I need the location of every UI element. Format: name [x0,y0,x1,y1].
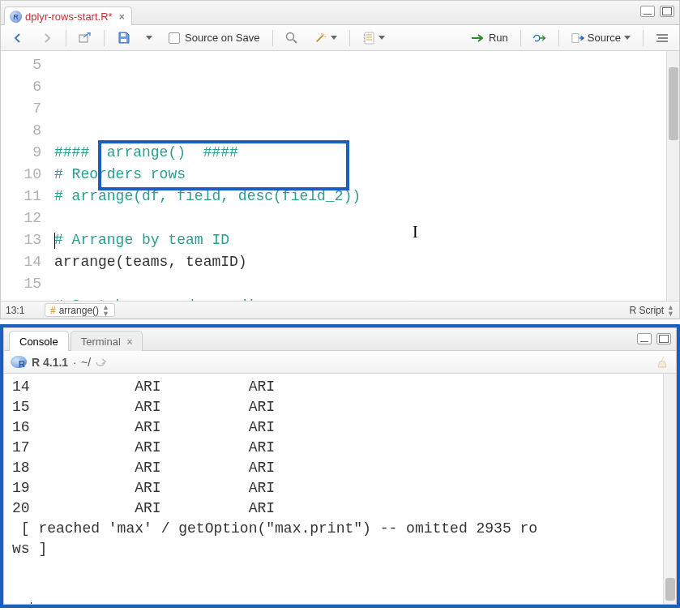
save-button[interactable] [111,28,135,48]
language-label: R Script [629,305,664,316]
line-number: 13 [1,229,41,251]
code-tools-button[interactable] [309,28,343,48]
code-line: # arrange(df, field, desc(field_2)) [54,186,679,207]
search-icon [285,32,298,45]
svg-point-8 [363,34,365,36]
maximize-pane-button[interactable] [656,333,671,344]
maximize-pane-button[interactable] [660,6,674,17]
console-tab-label: Console [19,336,58,348]
terminal-tab-label: Terminal [81,336,121,348]
notebook-icon [362,32,375,45]
line-number: 6 [1,76,41,98]
console-tabstrip: Console Terminal × [4,328,676,351]
run-label: Run [489,32,508,44]
line-number: 9 [1,142,41,164]
save-icon [117,32,130,45]
toolbar-separator [558,30,559,46]
source-button[interactable]: Source [566,28,636,48]
line-number: 5 [1,54,41,76]
source-on-save-toggle[interactable]: Source on Save [163,28,266,48]
code-line: # Reorders rows [54,164,679,186]
source-label: Source [588,32,621,44]
text-cursor-icon: I [413,221,418,243]
code-line [54,207,679,229]
r-file-icon [10,11,22,23]
console-prompt-line[interactable]: > [12,600,668,604]
editor-tab-filename: dplyr-rows-start.R* [25,11,113,23]
console-highlight-box: Console Terminal × R 4.1.1 · ~/ 14 ARI A… [0,324,680,608]
separator-dot: · [73,356,76,369]
run-button[interactable]: Run [465,28,514,48]
code-line: arrange(teams, teamID) [54,251,679,273]
toolbar-separator [104,30,105,46]
checkbox-icon [169,32,180,44]
chevron-down-icon [378,36,385,40]
svg-rect-1 [121,33,126,36]
editor-statusbar: 13:1 # arrange() ▲▼ R Script ▲▼ [1,301,679,319]
window-controls [637,333,671,344]
code-line: # Arrange by team ID [54,229,679,251]
console-text: 14 ARI ARI 15 ARI ARI 16 ARI ARI 17 ARI … [12,377,668,559]
source-on-save-label: Source on Save [185,32,260,44]
svg-rect-11 [572,33,579,42]
line-number-gutter: 56789101112131415 [1,51,49,301]
editor-caret [54,233,55,249]
line-number: 11 [1,186,41,207]
popout-icon [79,32,92,45]
svg-point-5 [324,36,326,37]
section-selector[interactable]: # arrange() ▲▼ [45,303,115,317]
minimize-pane-button[interactable] [640,6,655,17]
compile-report-button[interactable] [357,28,391,48]
section-name: arrange() [59,305,99,316]
close-tab-icon[interactable]: × [126,336,132,348]
line-number: 8 [1,120,41,142]
close-tab-icon[interactable]: × [119,11,125,23]
scrollbar-thumb[interactable] [665,578,675,601]
console-output[interactable]: 14 ARI ARI 15 ARI ARI 16 ARI ARI 17 ARI … [4,374,676,604]
rerun-button[interactable] [528,28,552,48]
back-button[interactable] [6,28,30,48]
svg-rect-7 [365,32,374,44]
console-pane: Console Terminal × R 4.1.1 · ~/ 14 ARI A… [3,327,677,605]
clear-console-button[interactable] [656,356,669,369]
popout-icon[interactable] [96,357,107,367]
save-dropdown-button[interactable] [140,28,158,48]
scrollbar-thumb[interactable] [669,67,678,140]
find-button[interactable] [280,28,304,48]
working-dir: ~/ [81,356,91,369]
console-scrollbar[interactable] [663,374,676,604]
code-editor[interactable]: 56789101112131415 I #### arrange() #####… [1,51,679,301]
svg-rect-0 [79,35,88,42]
editor-tab[interactable]: dplyr-rows-start.R* × [4,6,132,25]
forward-button[interactable] [35,28,59,48]
chevron-down-icon [624,36,631,40]
outline-button[interactable] [650,28,674,48]
chevron-down-icon [331,36,337,40]
minimize-pane-button[interactable] [637,333,652,344]
prompt-symbol: > [12,601,30,604]
svg-point-9 [363,37,365,39]
code-line: # Sort by year descending [54,295,679,301]
console-tab[interactable]: Console [9,331,69,351]
hash-icon: # [50,305,56,316]
updown-icon: ▲▼ [102,304,109,317]
r-logo-icon [11,356,27,368]
toolbar-separator [66,30,66,46]
toolbar-separator [349,30,350,46]
code-lines: I #### arrange() ##### Reorders rows# ar… [49,51,679,301]
run-arrow-icon [471,33,485,43]
toolbar-separator [643,30,644,46]
svg-point-6 [321,32,323,34]
chevron-down-icon [146,36,152,40]
console-info-bar: R 4.1.1 · ~/ [4,351,676,374]
toolbar-separator [520,30,521,46]
terminal-tab[interactable]: Terminal × [71,331,143,351]
language-selector[interactable]: R Script ▲▼ [629,304,674,317]
code-line: #### arrange() #### [54,142,679,164]
wand-icon [314,32,327,45]
toolbar-separator [272,30,273,46]
editor-scrollbar[interactable] [666,51,679,301]
console-caret [31,602,32,604]
line-number: 10 [1,164,41,186]
show-in-new-window-button[interactable] [73,28,97,48]
